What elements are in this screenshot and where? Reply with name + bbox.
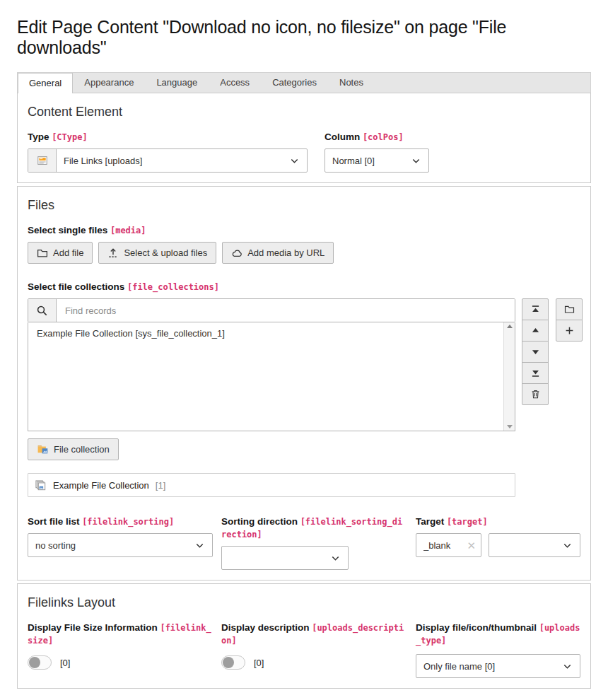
upload-icon <box>107 247 119 259</box>
edit-record-form: Edit Page Content "Download no icon, no … <box>0 17 608 700</box>
add-file-button[interactable]: Add file <box>28 242 93 264</box>
list-move-controls <box>522 298 549 405</box>
display-type-field: Display file/icon/thumbnail [uploads_typ… <box>416 622 580 678</box>
filesize-label: Display File Size Information <box>28 622 158 633</box>
description-label: Display description <box>221 622 310 633</box>
filesize-toggle-state: [0] <box>60 658 70 668</box>
description-toggle[interactable] <box>221 655 245 670</box>
file-collections-key: [file_collections] <box>127 282 219 292</box>
sorting-direction-label: Sorting direction <box>221 516 298 527</box>
sort-file-list-field: Sort file list [filelink_sorting] no sor… <box>28 515 213 570</box>
sort-select[interactable]: no sorting <box>28 533 213 557</box>
media-key: [media] <box>110 226 146 235</box>
folder-image-icon <box>37 443 49 455</box>
stacked-images-icon <box>35 479 47 491</box>
sort-key: [filelink_sorting] <box>82 517 174 527</box>
file-collection-label: File collection <box>54 444 110 455</box>
chevron-down-icon <box>194 540 205 551</box>
scroll-down-icon[interactable] <box>507 425 513 428</box>
target-field: Target [target] ✕ <box>416 515 580 570</box>
tab-access[interactable]: Access <box>209 73 261 93</box>
tab-language[interactable]: Language <box>145 73 209 93</box>
listbox-option[interactable]: Example File Collection [sys_file_collec… <box>28 322 515 344</box>
tab-categories[interactable]: Categories <box>261 73 328 93</box>
browse-records-button[interactable] <box>556 298 583 320</box>
sort-label: Sort file list <box>28 516 80 527</box>
section-files: Files Select single files [media] Add fi… <box>17 186 591 581</box>
clear-icon[interactable]: ✕ <box>467 540 476 551</box>
section-heading: Content Element <box>28 105 580 119</box>
chevron-down-icon <box>330 553 341 564</box>
tab-appearance[interactable]: Appearance <box>73 73 145 93</box>
selected-collection-row[interactable]: Example File Collection [1] <box>28 473 515 497</box>
delete-button[interactable] <box>522 383 549 405</box>
tab-bar: General Appearance Language Access Categ… <box>17 72 591 93</box>
select-upload-files-button[interactable]: Select & upload files <box>98 242 216 264</box>
target-select[interactable] <box>489 533 580 557</box>
type-key: [CType] <box>52 132 88 142</box>
target-label: Target <box>416 516 444 527</box>
display-filesize-field: Display File Size Information [filelink_… <box>28 622 213 678</box>
add-media-by-url-button[interactable]: Add media by URL <box>222 242 334 264</box>
chevron-down-icon <box>562 661 573 672</box>
display-type-value: Only file name [0] <box>423 661 495 672</box>
colpos-value: Normal [0] <box>332 156 375 166</box>
media-label: Select single files <box>28 225 107 235</box>
sorting-direction-field: Sorting direction [filelink_sorting_dire… <box>221 515 407 570</box>
add-media-url-label: Add media by URL <box>247 247 325 258</box>
cloud-icon <box>231 247 242 259</box>
chevron-down-icon <box>289 156 300 166</box>
section-heading: Filelinks Layout <box>28 595 580 610</box>
section-filelinks-layout: Filelinks Layout Display File Size Infor… <box>17 583 591 689</box>
add-record-button[interactable] <box>556 320 583 342</box>
move-to-top-button[interactable] <box>522 298 549 320</box>
target-key: [target] <box>447 517 488 527</box>
sort-value: no sorting <box>35 540 76 551</box>
ctype-select[interactable]: File Links [uploads] <box>57 149 307 172</box>
display-description-field: Display description [uploads_description… <box>221 622 407 678</box>
move-down-button[interactable] <box>522 341 549 363</box>
select-upload-label: Select & upload files <box>124 247 207 258</box>
chevron-down-icon <box>562 540 573 551</box>
description-toggle-state: [0] <box>254 658 264 668</box>
colpos-select[interactable]: Normal [0] <box>325 148 429 173</box>
page-title: Edit Page Content "Download no icon, no … <box>17 17 591 58</box>
scroll-up-icon[interactable] <box>507 325 513 328</box>
section-heading: Files <box>28 198 580 213</box>
file-collection-button[interactable]: File collection <box>28 438 119 460</box>
display-type-label: Display file/icon/thumbnail <box>416 622 537 633</box>
display-type-select[interactable]: Only file name [0] <box>416 654 580 678</box>
tab-general[interactable]: General <box>18 73 73 93</box>
search-icon[interactable] <box>28 299 57 322</box>
folder-icon <box>37 247 48 259</box>
chevron-down-icon <box>411 156 421 166</box>
listbox-scrollbar[interactable] <box>503 322 515 431</box>
section-content-element: Content Element Type [CType] File Links … <box>17 93 591 183</box>
selected-collection-badge: [1] <box>156 480 165 491</box>
ctype-value: File Links [uploads] <box>64 156 142 166</box>
move-up-button[interactable] <box>522 320 549 342</box>
column-label: Column <box>325 132 360 142</box>
file-collections-listbox[interactable]: Example File Collection [sys_file_collec… <box>28 322 515 431</box>
sorting-direction-select[interactable] <box>221 546 349 570</box>
find-records-input[interactable] <box>57 299 515 322</box>
content-element-icon <box>28 149 57 172</box>
ctype-select-group: File Links [uploads] <box>28 148 308 173</box>
type-label: Type <box>28 132 49 142</box>
find-records-group <box>28 298 515 322</box>
column-key: [colPos] <box>363 132 404 142</box>
add-file-label: Add file <box>53 247 83 258</box>
move-to-bottom-button[interactable] <box>522 362 549 384</box>
file-collections-label: Select file collections <box>28 281 124 292</box>
list-action-controls <box>556 298 583 342</box>
tab-notes[interactable]: Notes <box>328 73 375 93</box>
filesize-toggle[interactable] <box>28 655 52 670</box>
selected-collection-title: Example File Collection <box>53 480 149 491</box>
